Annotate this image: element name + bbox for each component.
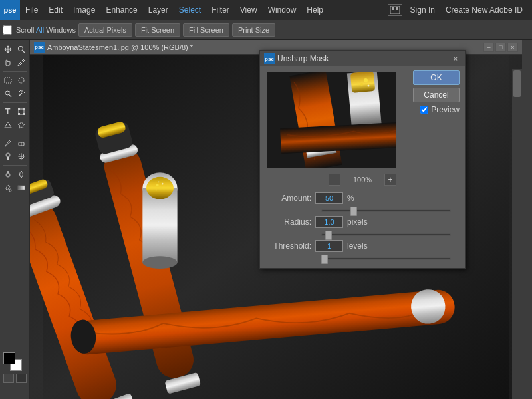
svg-rect-13: [18, 108, 20, 110]
print-size-button[interactable]: Print Size: [232, 23, 275, 37]
custom-shape-tool[interactable]: [15, 118, 27, 131]
svg-line-11: [19, 90, 21, 92]
quick-select-tool[interactable]: [1, 87, 14, 100]
svg-point-6: [5, 91, 9, 95]
amount-input[interactable]: [315, 192, 343, 204]
actual-pixels-button[interactable]: Actual Pixels: [78, 23, 132, 37]
transform-tool[interactable]: [15, 105, 27, 118]
vertical-scrollbar[interactable]: [512, 69, 522, 399]
lasso-tool[interactable]: [15, 74, 27, 86]
magic-wand-tool[interactable]: [15, 87, 27, 100]
radius-input[interactable]: [315, 216, 343, 228]
dialog-preview-image[interactable]: [267, 72, 396, 168]
scroll-all-label: Scroll All Windows: [16, 26, 76, 34]
dodge-tool[interactable]: [1, 168, 14, 180]
dialog-close-button[interactable]: ×: [450, 54, 461, 63]
dialog-pse-icon: pse: [264, 53, 275, 64]
create-adobe-id-button[interactable]: Create New Adobe ID: [443, 5, 525, 15]
fill-screen-button[interactable]: Fill Screen: [183, 23, 229, 37]
svg-rect-16: [23, 113, 25, 115]
ok-button[interactable]: OK: [413, 70, 460, 85]
brush-tool[interactable]: [1, 136, 14, 149]
doc-close-button[interactable]: ×: [507, 43, 518, 52]
blur-tool[interactable]: [15, 168, 27, 180]
marquee-tool[interactable]: [1, 74, 14, 86]
preview-checkbox-area[interactable]: Preview: [420, 105, 460, 114]
menu-enhance[interactable]: Enhance: [100, 0, 142, 20]
amount-slider-thumb[interactable]: [350, 207, 357, 216]
shape-tool[interactable]: [1, 118, 14, 131]
radius-row: Radius: pixels: [268, 216, 398, 228]
svg-point-27: [9, 189, 11, 192]
cancel-button[interactable]: Cancel: [413, 88, 460, 102]
app-logo: pse: [0, 0, 20, 20]
zoom-in-button[interactable]: +: [384, 174, 396, 186]
preview-zoom-controls: – 100% +: [260, 174, 465, 186]
svg-rect-1: [392, 7, 394, 10]
radius-slider-thumb[interactable]: [325, 231, 332, 240]
color-swatches[interactable]: [3, 352, 22, 371]
doc-minimize-button[interactable]: –: [483, 43, 494, 52]
quick-mask-btn[interactable]: [3, 374, 14, 383]
stamp-tool[interactable]: [1, 150, 14, 162]
zoom-out-button[interactable]: –: [329, 174, 340, 186]
threshold-unit: levels: [347, 241, 368, 251]
scroll-all-checkbox[interactable]: [3, 25, 12, 35]
paint-bucket-tool[interactable]: [1, 181, 14, 194]
svg-point-46: [160, 187, 162, 189]
menu-help[interactable]: Help: [301, 0, 329, 20]
threshold-input[interactable]: [315, 240, 343, 252]
hand-tool[interactable]: [1, 56, 14, 68]
menu-edit[interactable]: Edit: [43, 0, 68, 20]
menu-filter[interactable]: Filter: [206, 0, 235, 20]
window-mode-icon[interactable]: [388, 4, 402, 16]
threshold-label: Threshold:: [268, 241, 311, 251]
svg-point-44: [146, 177, 174, 200]
fit-screen-button[interactable]: Fit Screen: [135, 23, 180, 37]
preview-label: Preview: [431, 105, 460, 114]
svg-rect-14: [23, 108, 25, 110]
healing-tool[interactable]: [15, 150, 27, 162]
svg-rect-2: [396, 7, 398, 10]
svg-rect-28: [18, 186, 25, 190]
amount-slider-track[interactable]: [321, 209, 451, 212]
radius-label: Radius:: [268, 217, 311, 227]
svg-point-60: [368, 85, 370, 87]
doc-restore-button[interactable]: □: [495, 43, 506, 52]
svg-point-25: [6, 173, 10, 177]
gradient-tool[interactable]: [15, 181, 27, 194]
menu-file[interactable]: File: [20, 0, 43, 20]
menu-layer[interactable]: Layer: [143, 0, 174, 20]
threshold-slider-track[interactable]: [321, 257, 451, 260]
type-tool[interactable]: T: [1, 105, 14, 118]
scrollbar-thumb[interactable]: [513, 70, 521, 97]
menu-image[interactable]: Image: [68, 0, 100, 20]
svg-line-10: [23, 92, 25, 93]
menu-window[interactable]: Window: [263, 0, 302, 20]
menu-view[interactable]: View: [235, 0, 263, 20]
menu-bar: pse File Edit Image Enhance Layer Select…: [0, 0, 532, 20]
svg-marker-17: [5, 122, 11, 128]
amount-unit: %: [347, 194, 354, 203]
amount-slider-row: [268, 209, 398, 216]
radius-slider-row: [268, 233, 398, 240]
threshold-slider-thumb[interactable]: [321, 255, 328, 264]
menu-select[interactable]: Select: [174, 0, 206, 20]
doc-pse-logo: pse: [34, 42, 45, 53]
svg-rect-5: [5, 78, 11, 83]
svg-point-59: [360, 83, 363, 86]
svg-rect-42: [142, 188, 177, 263]
tools-panel: T: [0, 40, 30, 399]
svg-point-48: [162, 183, 164, 185]
move-tool[interactable]: [1, 43, 14, 55]
main-scrollbar[interactable]: [522, 40, 532, 399]
sign-in-button[interactable]: Sign In: [408, 5, 438, 15]
screen-mode-btn[interactable]: [16, 374, 27, 383]
preview-checkbox[interactable]: [420, 106, 428, 114]
eyedropper-tool[interactable]: [15, 56, 27, 68]
radius-slider-track[interactable]: [321, 233, 451, 236]
zoom-level-display: 100%: [346, 176, 379, 184]
zoom-tool[interactable]: [15, 43, 27, 55]
eraser-tool[interactable]: [15, 136, 27, 149]
svg-point-49: [158, 181, 160, 182]
